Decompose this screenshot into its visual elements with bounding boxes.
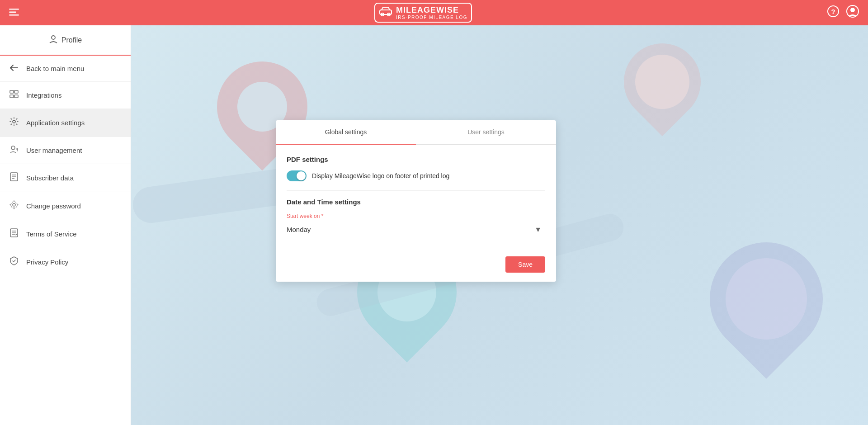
hamburger-icon[interactable] xyxy=(9,8,19,18)
user-management-icon xyxy=(9,145,19,156)
toggle-thumb xyxy=(297,171,306,180)
settings-tabs: Global settings User settings xyxy=(276,120,556,145)
svg-text:?: ? xyxy=(831,8,835,15)
sidebar-nav: Back to main menu Integrations xyxy=(0,56,131,276)
sidebar-item-subscriber-data-label: Subscriber data xyxy=(26,174,74,182)
svg-point-15 xyxy=(13,120,15,123)
sidebar-item-integrations[interactable]: Integrations xyxy=(0,82,131,109)
save-button[interactable]: Save xyxy=(505,256,545,273)
tab-user-settings[interactable]: User settings xyxy=(416,120,556,144)
svg-rect-14 xyxy=(14,95,18,98)
pdf-logo-toggle[interactable] xyxy=(287,170,307,181)
svg-rect-11 xyxy=(10,90,14,93)
sidebar-item-subscriber-data[interactable]: Subscriber data xyxy=(0,164,131,192)
sidebar-item-back-label: Back to main menu xyxy=(26,65,84,72)
sidebar-item-privacy-label: Privacy Policy xyxy=(26,258,68,266)
sidebar-item-user-management-label: User management xyxy=(26,146,82,154)
pdf-section-title: PDF settings xyxy=(287,156,545,163)
start-week-select[interactable]: Sunday Monday Tuesday Wednesday Thursday… xyxy=(287,221,545,238)
sidebar-item-terms-label: Terms of Service xyxy=(26,230,77,238)
svg-rect-1 xyxy=(9,11,16,13)
terms-icon xyxy=(9,228,19,240)
sidebar-profile[interactable]: Profile xyxy=(0,25,131,56)
map-background: Global settings User settings PDF settin… xyxy=(131,25,868,425)
back-arrow-icon xyxy=(9,64,19,73)
top-header: MILEAGEWISE IRS-PROOF MILEAGE LOG ? xyxy=(0,0,868,25)
sidebar-item-change-password-label: Change password xyxy=(26,202,81,210)
logo-box: MILEAGEWISE IRS-PROOF MILEAGE LOG xyxy=(374,3,472,23)
logo-car-icon xyxy=(379,6,392,19)
sidebar-item-change-password[interactable]: Change password xyxy=(0,192,131,220)
help-icon[interactable]: ? xyxy=(827,5,839,20)
svg-rect-2 xyxy=(9,14,19,16)
privacy-icon xyxy=(9,256,19,268)
sidebar-item-terms[interactable]: Terms of Service xyxy=(0,220,131,248)
header-center: MILEAGEWISE IRS-PROOF MILEAGE LOG xyxy=(374,3,472,23)
sidebar-item-app-settings-label: Application settings xyxy=(26,119,85,127)
logo-text: MILEAGEWISE IRS-PROOF MILEAGE LOG xyxy=(396,5,467,20)
sidebar-item-back[interactable]: Back to main menu xyxy=(0,56,131,82)
svg-rect-0 xyxy=(9,9,19,10)
svg-point-9 xyxy=(850,8,855,12)
pdf-logo-toggle-label: Display MileageWise logo on footer of pr… xyxy=(312,172,449,179)
sidebar-item-app-settings[interactable]: Application settings xyxy=(0,109,131,137)
subscriber-data-icon xyxy=(9,172,19,184)
sidebar-item-integrations-label: Integrations xyxy=(26,91,61,99)
start-week-select-wrapper: Sunday Monday Tuesday Wednesday Thursday… xyxy=(287,221,545,238)
header-right: ? xyxy=(827,5,859,21)
pdf-logo-toggle-row: Display MileageWise logo on footer of pr… xyxy=(287,170,545,181)
tab-global-settings[interactable]: Global settings xyxy=(276,120,416,144)
date-time-section-title: Date and Time settings xyxy=(287,198,545,206)
svg-point-21 xyxy=(13,203,15,206)
settings-body: PDF settings Display MileageWise logo on… xyxy=(276,145,556,249)
sidebar-item-user-management[interactable]: User management xyxy=(0,137,131,164)
svg-point-22 xyxy=(11,202,17,208)
svg-point-10 xyxy=(52,36,55,39)
profile-icon xyxy=(49,34,58,46)
profile-label: Profile xyxy=(61,36,82,44)
svg-point-16 xyxy=(11,146,15,150)
start-week-label: Start week on * xyxy=(287,213,545,219)
section-divider xyxy=(287,190,545,191)
settings-footer: Save xyxy=(276,249,556,282)
integrations-icon xyxy=(9,90,19,100)
sidebar: Profile Back to main menu Integration xyxy=(0,25,131,425)
settings-panel: Global settings User settings PDF settin… xyxy=(276,120,556,282)
start-week-field: Start week on * Sunday Monday Tuesday We… xyxy=(287,213,545,238)
header-left xyxy=(9,8,19,18)
user-avatar-icon[interactable] xyxy=(846,5,859,21)
svg-rect-13 xyxy=(10,95,14,98)
change-password-icon xyxy=(9,200,19,212)
required-asterisk: * xyxy=(321,213,324,219)
sidebar-item-privacy[interactable]: Privacy Policy xyxy=(0,248,131,276)
settings-gear-icon xyxy=(9,117,19,128)
svg-rect-12 xyxy=(14,90,18,93)
